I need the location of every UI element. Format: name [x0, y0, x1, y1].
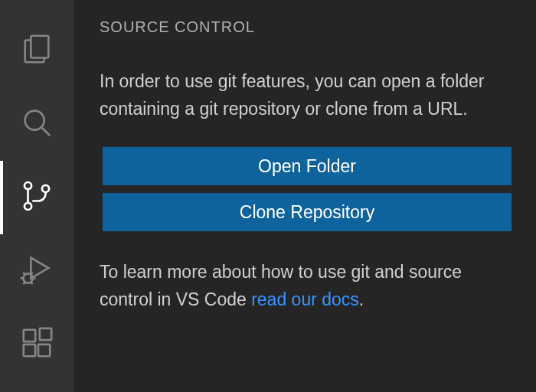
branch-icon [19, 178, 54, 217]
svg-rect-13 [24, 330, 35, 341]
button-stack: Open Folder Clone Repository [100, 147, 511, 231]
svg-point-3 [25, 182, 31, 189]
activity-source-control[interactable] [0, 161, 74, 234]
activity-run-debug[interactable] [0, 234, 74, 308]
svg-line-10 [31, 273, 32, 275]
svg-line-11 [23, 282, 25, 284]
activity-explorer[interactable] [0, 14, 74, 87]
panel-intro-text: In order to use git features, you can op… [100, 68, 511, 122]
open-folder-button[interactable]: Open Folder [103, 147, 511, 185]
svg-line-9 [23, 273, 25, 275]
files-icon [19, 31, 54, 70]
activity-search[interactable] [0, 87, 74, 161]
clone-repository-button[interactable]: Clone Repository [103, 193, 511, 231]
svg-line-12 [31, 282, 32, 284]
svg-point-4 [25, 203, 31, 210]
panel-title: SOURCE CONTROL [100, 18, 511, 36]
svg-rect-15 [38, 345, 50, 356]
vscode-window: SOURCE CONTROL In order to use git featu… [0, 0, 536, 392]
extensions-icon [19, 325, 54, 364]
activity-extensions[interactable] [0, 308, 74, 381]
svg-point-1 [25, 111, 44, 130]
read-our-docs-link[interactable]: read our docs [251, 289, 359, 309]
panel-learn-text: To learn more about how to use git and s… [100, 259, 511, 313]
activity-bar [0, 0, 74, 392]
svg-point-5 [42, 185, 49, 192]
learn-suffix: . [359, 289, 364, 309]
svg-rect-0 [31, 36, 48, 58]
svg-rect-16 [40, 328, 51, 340]
search-icon [19, 105, 54, 143]
svg-line-2 [42, 128, 51, 136]
svg-rect-14 [24, 345, 35, 356]
source-control-panel: SOURCE CONTROL In order to use git featu… [74, 0, 536, 392]
run-debug-icon [19, 252, 54, 290]
